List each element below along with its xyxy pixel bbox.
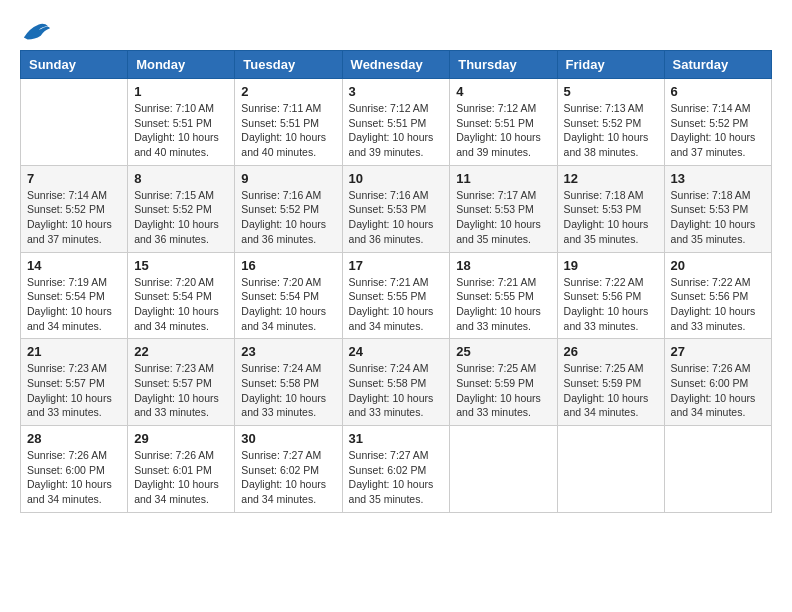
calendar-cell: 26Sunrise: 7:25 AM Sunset: 5:59 PM Dayli…	[557, 339, 664, 426]
day-info: Sunrise: 7:12 AM Sunset: 5:51 PM Dayligh…	[349, 101, 444, 160]
day-number: 14	[27, 258, 121, 273]
day-info: Sunrise: 7:18 AM Sunset: 5:53 PM Dayligh…	[564, 188, 658, 247]
day-info: Sunrise: 7:12 AM Sunset: 5:51 PM Dayligh…	[456, 101, 550, 160]
day-number: 8	[134, 171, 228, 186]
day-info: Sunrise: 7:19 AM Sunset: 5:54 PM Dayligh…	[27, 275, 121, 334]
day-number: 11	[456, 171, 550, 186]
day-info: Sunrise: 7:11 AM Sunset: 5:51 PM Dayligh…	[241, 101, 335, 160]
day-number: 12	[564, 171, 658, 186]
day-number: 7	[27, 171, 121, 186]
weekday-header-row: SundayMondayTuesdayWednesdayThursdayFrid…	[21, 51, 772, 79]
day-info: Sunrise: 7:25 AM Sunset: 5:59 PM Dayligh…	[456, 361, 550, 420]
weekday-header-friday: Friday	[557, 51, 664, 79]
calendar-cell: 9Sunrise: 7:16 AM Sunset: 5:52 PM Daylig…	[235, 165, 342, 252]
day-number: 16	[241, 258, 335, 273]
day-number: 19	[564, 258, 658, 273]
day-number: 6	[671, 84, 765, 99]
calendar-cell: 2Sunrise: 7:11 AM Sunset: 5:51 PM Daylig…	[235, 79, 342, 166]
day-number: 31	[349, 431, 444, 446]
day-number: 15	[134, 258, 228, 273]
calendar-cell: 5Sunrise: 7:13 AM Sunset: 5:52 PM Daylig…	[557, 79, 664, 166]
day-number: 28	[27, 431, 121, 446]
day-number: 1	[134, 84, 228, 99]
calendar-body: 1Sunrise: 7:10 AM Sunset: 5:51 PM Daylig…	[21, 79, 772, 513]
calendar-cell: 23Sunrise: 7:24 AM Sunset: 5:58 PM Dayli…	[235, 339, 342, 426]
calendar-cell: 21Sunrise: 7:23 AM Sunset: 5:57 PM Dayli…	[21, 339, 128, 426]
day-info: Sunrise: 7:16 AM Sunset: 5:53 PM Dayligh…	[349, 188, 444, 247]
day-number: 23	[241, 344, 335, 359]
day-info: Sunrise: 7:22 AM Sunset: 5:56 PM Dayligh…	[671, 275, 765, 334]
weekday-header-wednesday: Wednesday	[342, 51, 450, 79]
day-info: Sunrise: 7:13 AM Sunset: 5:52 PM Dayligh…	[564, 101, 658, 160]
day-number: 20	[671, 258, 765, 273]
calendar-cell: 1Sunrise: 7:10 AM Sunset: 5:51 PM Daylig…	[128, 79, 235, 166]
day-info: Sunrise: 7:14 AM Sunset: 5:52 PM Dayligh…	[671, 101, 765, 160]
calendar-cell	[21, 79, 128, 166]
calendar-cell	[450, 426, 557, 513]
day-number: 22	[134, 344, 228, 359]
calendar-cell: 13Sunrise: 7:18 AM Sunset: 5:53 PM Dayli…	[664, 165, 771, 252]
day-info: Sunrise: 7:26 AM Sunset: 6:01 PM Dayligh…	[134, 448, 228, 507]
calendar-cell: 7Sunrise: 7:14 AM Sunset: 5:52 PM Daylig…	[21, 165, 128, 252]
day-info: Sunrise: 7:23 AM Sunset: 5:57 PM Dayligh…	[134, 361, 228, 420]
calendar-week-2: 7Sunrise: 7:14 AM Sunset: 5:52 PM Daylig…	[21, 165, 772, 252]
calendar-cell: 31Sunrise: 7:27 AM Sunset: 6:02 PM Dayli…	[342, 426, 450, 513]
day-info: Sunrise: 7:26 AM Sunset: 6:00 PM Dayligh…	[671, 361, 765, 420]
day-number: 29	[134, 431, 228, 446]
weekday-header-monday: Monday	[128, 51, 235, 79]
day-number: 4	[456, 84, 550, 99]
weekday-header-tuesday: Tuesday	[235, 51, 342, 79]
logo	[20, 20, 50, 42]
day-number: 21	[27, 344, 121, 359]
calendar-cell: 24Sunrise: 7:24 AM Sunset: 5:58 PM Dayli…	[342, 339, 450, 426]
calendar-cell: 6Sunrise: 7:14 AM Sunset: 5:52 PM Daylig…	[664, 79, 771, 166]
day-info: Sunrise: 7:15 AM Sunset: 5:52 PM Dayligh…	[134, 188, 228, 247]
day-number: 9	[241, 171, 335, 186]
day-number: 13	[671, 171, 765, 186]
calendar-cell: 3Sunrise: 7:12 AM Sunset: 5:51 PM Daylig…	[342, 79, 450, 166]
calendar-table: SundayMondayTuesdayWednesdayThursdayFrid…	[20, 50, 772, 513]
day-info: Sunrise: 7:20 AM Sunset: 5:54 PM Dayligh…	[241, 275, 335, 334]
calendar-cell: 14Sunrise: 7:19 AM Sunset: 5:54 PM Dayli…	[21, 252, 128, 339]
day-info: Sunrise: 7:22 AM Sunset: 5:56 PM Dayligh…	[564, 275, 658, 334]
day-number: 2	[241, 84, 335, 99]
day-number: 10	[349, 171, 444, 186]
day-number: 27	[671, 344, 765, 359]
day-info: Sunrise: 7:24 AM Sunset: 5:58 PM Dayligh…	[349, 361, 444, 420]
page-header	[20, 20, 772, 42]
day-number: 18	[456, 258, 550, 273]
day-info: Sunrise: 7:27 AM Sunset: 6:02 PM Dayligh…	[349, 448, 444, 507]
weekday-header-thursday: Thursday	[450, 51, 557, 79]
calendar-week-1: 1Sunrise: 7:10 AM Sunset: 5:51 PM Daylig…	[21, 79, 772, 166]
day-info: Sunrise: 7:10 AM Sunset: 5:51 PM Dayligh…	[134, 101, 228, 160]
calendar-cell	[664, 426, 771, 513]
calendar-header: SundayMondayTuesdayWednesdayThursdayFrid…	[21, 51, 772, 79]
day-info: Sunrise: 7:21 AM Sunset: 5:55 PM Dayligh…	[456, 275, 550, 334]
calendar-cell: 15Sunrise: 7:20 AM Sunset: 5:54 PM Dayli…	[128, 252, 235, 339]
day-info: Sunrise: 7:18 AM Sunset: 5:53 PM Dayligh…	[671, 188, 765, 247]
calendar-cell: 20Sunrise: 7:22 AM Sunset: 5:56 PM Dayli…	[664, 252, 771, 339]
logo-bird-icon	[22, 20, 50, 42]
calendar-week-5: 28Sunrise: 7:26 AM Sunset: 6:00 PM Dayli…	[21, 426, 772, 513]
day-number: 25	[456, 344, 550, 359]
day-info: Sunrise: 7:14 AM Sunset: 5:52 PM Dayligh…	[27, 188, 121, 247]
day-info: Sunrise: 7:17 AM Sunset: 5:53 PM Dayligh…	[456, 188, 550, 247]
calendar-cell: 12Sunrise: 7:18 AM Sunset: 5:53 PM Dayli…	[557, 165, 664, 252]
calendar-cell: 16Sunrise: 7:20 AM Sunset: 5:54 PM Dayli…	[235, 252, 342, 339]
calendar-cell	[557, 426, 664, 513]
calendar-cell: 29Sunrise: 7:26 AM Sunset: 6:01 PM Dayli…	[128, 426, 235, 513]
calendar-cell: 30Sunrise: 7:27 AM Sunset: 6:02 PM Dayli…	[235, 426, 342, 513]
calendar-cell: 11Sunrise: 7:17 AM Sunset: 5:53 PM Dayli…	[450, 165, 557, 252]
calendar-cell: 17Sunrise: 7:21 AM Sunset: 5:55 PM Dayli…	[342, 252, 450, 339]
calendar-cell: 27Sunrise: 7:26 AM Sunset: 6:00 PM Dayli…	[664, 339, 771, 426]
calendar-cell: 22Sunrise: 7:23 AM Sunset: 5:57 PM Dayli…	[128, 339, 235, 426]
calendar-cell: 18Sunrise: 7:21 AM Sunset: 5:55 PM Dayli…	[450, 252, 557, 339]
day-number: 3	[349, 84, 444, 99]
calendar-cell: 8Sunrise: 7:15 AM Sunset: 5:52 PM Daylig…	[128, 165, 235, 252]
calendar-cell: 4Sunrise: 7:12 AM Sunset: 5:51 PM Daylig…	[450, 79, 557, 166]
day-info: Sunrise: 7:21 AM Sunset: 5:55 PM Dayligh…	[349, 275, 444, 334]
day-info: Sunrise: 7:20 AM Sunset: 5:54 PM Dayligh…	[134, 275, 228, 334]
day-number: 17	[349, 258, 444, 273]
day-number: 26	[564, 344, 658, 359]
day-info: Sunrise: 7:25 AM Sunset: 5:59 PM Dayligh…	[564, 361, 658, 420]
